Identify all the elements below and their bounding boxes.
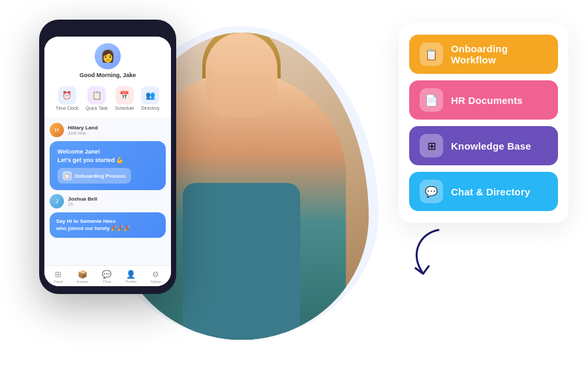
chat-user-info-2: Joshua Bell 1h (68, 196, 97, 206)
nav-admin-label: Admin (150, 280, 161, 284)
avatar: 👩 (95, 43, 121, 69)
onboarding-btn-text: Onboarding Process (74, 173, 126, 179)
nav-chat-label: Chat (102, 280, 111, 284)
notification-line1: Say Hi to Samanta Hass (56, 218, 116, 224)
arrow-decoration (389, 218, 467, 301)
nav-feed-label: Feed (54, 280, 63, 284)
chat-user-time-2: 1h (68, 202, 97, 206)
nav-assets-label: Assets (76, 280, 88, 284)
feature-onboarding[interactable]: 📋 Onboarding Workflow (409, 35, 558, 74)
phone-notch (88, 27, 127, 31)
greeting-text: Good Morning, Jake (52, 72, 163, 78)
chat-user-2[interactable]: J Joshua Bell 1h (50, 194, 166, 208)
nav-feed[interactable]: ⊞ Feed (54, 270, 63, 284)
directory-icon: 👥 (141, 86, 159, 105)
admin-icon: ⚙ (152, 270, 159, 279)
chat-user-time-1: Just now (68, 131, 98, 135)
qa-time-clock[interactable]: ⏰ Time Clock (55, 86, 78, 110)
person-apron (183, 183, 300, 340)
schedule-icon: 📅 (116, 86, 134, 105)
phone-header: 👩 Good Morning, Jake ⏰ Time Clock 📋 Quic… (44, 37, 171, 119)
onboarding-icon: 📋 (420, 42, 443, 66)
welcome-line2: Let's get you started 💪 (57, 157, 123, 163)
chat-dir-icon: 💬 (420, 180, 443, 203)
phone-mockup: 👩 Good Morning, Jake ⏰ Time Clock 📋 Quic… (39, 20, 176, 294)
features-panel: 📋 Onboarding Workflow 📄 HR Documents ⊞ K… (399, 23, 568, 223)
feature-chat[interactable]: 💬 Chat & Directory (409, 172, 558, 211)
hr-icon: 📄 (420, 88, 443, 112)
feature-kb[interactable]: ⊞ Knowledge Base (409, 126, 558, 165)
notification-line2: who joined our family 🎉🎉🎉 (56, 225, 131, 231)
phone-body: H Hillary Land Just now Welcome Jane! Le… (44, 119, 171, 265)
chat-avatar-joshua: J (50, 194, 64, 208)
kb-icon: ⊞ (420, 134, 443, 157)
quick-task-icon: 📋 (87, 86, 106, 105)
directory-label: Directory (141, 106, 159, 110)
hr-label: HR Documents (451, 95, 523, 106)
time-clock-icon: ⏰ (58, 86, 76, 105)
assets-icon: 📦 (78, 270, 87, 279)
welcome-line1: Welcome Jane! (57, 148, 100, 155)
onboarding-btn-icon: 📋 (63, 171, 72, 180)
chat-avatar-hillary: H (50, 123, 64, 137)
qa-directory[interactable]: 👥 Directory (141, 86, 159, 110)
chat-icon: 💬 (102, 270, 112, 279)
nav-assets[interactable]: 📦 Assets (76, 270, 88, 284)
chat-user-info-1: Hillary Land Just now (68, 125, 98, 135)
welcome-title: Welcome Jane! Let's get you started 💪 (57, 148, 158, 164)
onboarding-process-button[interactable]: 📋 Onboarding Process (57, 168, 131, 184)
person-head (206, 33, 277, 118)
feature-hr[interactable]: 📄 HR Documents (409, 80, 558, 120)
onboarding-label: Onboarding Workflow (451, 43, 548, 65)
qa-quick-task[interactable]: 📋 Quick Task (85, 86, 108, 110)
phone-nav: ⊞ Feed 📦 Assets 💬 Chat 👤 Profile ⚙ Admin (44, 265, 171, 286)
feed-icon: ⊞ (55, 270, 61, 279)
chat-user-name-2: Joshua Bell (68, 196, 97, 202)
notification-text: Say Hi to Samanta Hass who joined our fa… (56, 218, 159, 232)
schedule-label: Schedule (115, 106, 134, 110)
nav-admin[interactable]: ⚙ Admin (150, 270, 161, 284)
quick-actions: ⏰ Time Clock 📋 Quick Task 📅 Schedule 👥 D… (52, 84, 163, 113)
profile-icon: 👤 (126, 270, 136, 279)
phone-screen: 👩 Good Morning, Jake ⏰ Time Clock 📋 Quic… (44, 37, 171, 286)
notification-card: Say Hi to Samanta Hass who joined our fa… (50, 212, 166, 237)
nav-profile[interactable]: 👤 Profile (125, 270, 136, 284)
kb-label: Knowledge Base (451, 140, 531, 152)
chat-dir-label: Chat & Directory (451, 186, 531, 197)
time-clock-label: Time Clock (55, 106, 78, 110)
chat-user-1[interactable]: H Hillary Land Just now (50, 123, 166, 137)
nav-chat[interactable]: 💬 Chat (102, 270, 112, 284)
nav-profile-label: Profile (125, 280, 136, 284)
quick-task-label: Quick Task (85, 106, 108, 110)
chat-user-name-1: Hillary Land (68, 125, 98, 131)
qa-schedule[interactable]: 📅 Schedule (115, 86, 134, 110)
welcome-card: Welcome Jane! Let's get you started 💪 📋 … (50, 141, 166, 190)
